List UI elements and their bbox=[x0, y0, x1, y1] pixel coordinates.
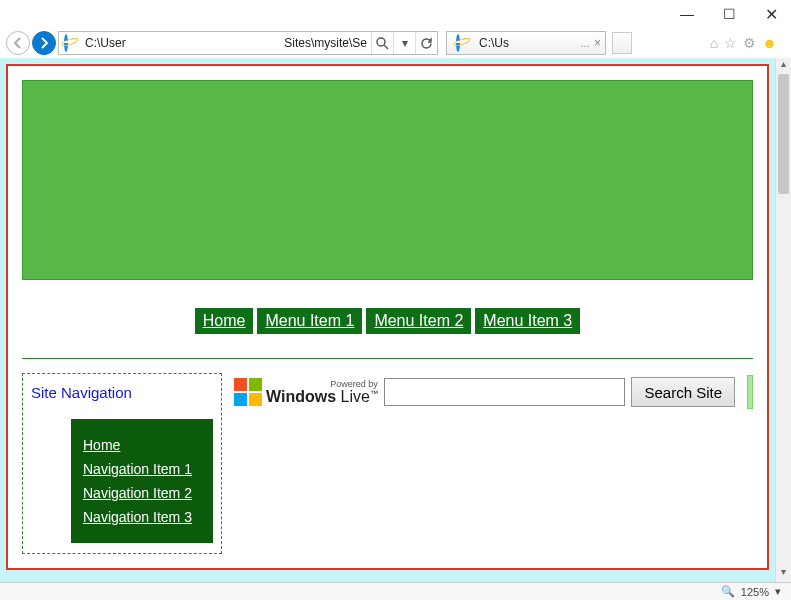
menu-item[interactable]: Menu Item 1 bbox=[257, 308, 362, 334]
nav-item[interactable]: Home bbox=[83, 437, 201, 453]
windows-flag-icon bbox=[234, 378, 262, 406]
svg-line-1 bbox=[384, 45, 388, 49]
page-viewport: Home Menu Item 1 Menu Item 2 Menu Item 3… bbox=[0, 58, 775, 582]
ie-favicon-icon bbox=[62, 34, 80, 52]
separator bbox=[22, 358, 753, 359]
accent-bar bbox=[747, 375, 753, 409]
toolbar-icons: ⌂ ☆ ⚙ ☻ bbox=[710, 35, 785, 51]
close-button[interactable]: ✕ bbox=[757, 3, 785, 25]
feedback-icon[interactable]: ☻ bbox=[762, 35, 777, 51]
tab-title: C:\Us bbox=[479, 36, 576, 50]
nav-item[interactable]: Navigation Item 2 bbox=[83, 485, 201, 501]
browser-toolbar: Sites\mysite\Se ▾ C:\Us … × ⌂ ☆ ⚙ ☻ bbox=[0, 28, 791, 58]
menu-item[interactable]: Menu Item 2 bbox=[366, 308, 471, 334]
sidebar-nav: Home Navigation Item 1 Navigation Item 2… bbox=[71, 419, 213, 543]
status-bar: 🔍 125% ▾ bbox=[0, 582, 791, 600]
scroll-up-icon[interactable]: ▴ bbox=[776, 58, 791, 74]
vertical-scrollbar[interactable]: ▴ ▾ bbox=[775, 58, 791, 582]
search-icon[interactable] bbox=[371, 32, 393, 54]
windows-live-logo: Powered by Windows Live™ bbox=[234, 378, 378, 406]
menu-item[interactable]: Home bbox=[195, 308, 254, 334]
menu-item[interactable]: Menu Item 3 bbox=[475, 308, 580, 334]
forward-button[interactable] bbox=[32, 31, 56, 55]
zoom-dropdown-icon[interactable]: ▾ bbox=[775, 585, 781, 598]
maximize-button[interactable]: ☐ bbox=[715, 3, 743, 25]
header-banner bbox=[22, 80, 753, 280]
nav-item[interactable]: Navigation Item 3 bbox=[83, 509, 201, 525]
top-menu: Home Menu Item 1 Menu Item 2 Menu Item 3 bbox=[22, 308, 753, 334]
sidebar-title: Site Navigation bbox=[31, 384, 213, 401]
ie-favicon-icon bbox=[454, 34, 472, 52]
tab-menu-icon[interactable]: … bbox=[580, 38, 590, 49]
brand-label: Windows Live™ bbox=[266, 388, 378, 405]
address-suffix: Sites\mysite\Se bbox=[280, 36, 371, 50]
browser-tab[interactable]: C:\Us … × bbox=[446, 31, 606, 55]
nav-item[interactable]: Navigation Item 1 bbox=[83, 461, 201, 477]
sidebar: Site Navigation Home Navigation Item 1 N… bbox=[22, 373, 222, 554]
page-container: Home Menu Item 1 Menu Item 2 Menu Item 3… bbox=[6, 64, 769, 570]
home-icon[interactable]: ⌂ bbox=[710, 35, 718, 51]
minimize-button[interactable]: — bbox=[673, 3, 701, 25]
tools-icon[interactable]: ⚙ bbox=[743, 35, 756, 51]
dropdown-icon[interactable]: ▾ bbox=[393, 32, 415, 54]
zoom-icon[interactable]: 🔍 bbox=[721, 585, 735, 598]
address-input[interactable] bbox=[83, 36, 280, 50]
svg-point-0 bbox=[377, 38, 385, 46]
search-input[interactable] bbox=[384, 378, 626, 406]
window-titlebar: — ☐ ✕ bbox=[0, 0, 791, 28]
zoom-level: 125% bbox=[741, 586, 769, 598]
scroll-down-icon[interactable]: ▾ bbox=[776, 566, 791, 582]
new-tab-button[interactable] bbox=[612, 32, 632, 54]
search-button[interactable]: Search Site bbox=[631, 377, 735, 407]
refresh-icon[interactable] bbox=[415, 32, 437, 54]
tab-close-icon[interactable]: × bbox=[594, 36, 601, 50]
back-button[interactable] bbox=[6, 31, 30, 55]
main-content: Powered by Windows Live™ Search Site bbox=[234, 373, 753, 554]
favorites-icon[interactable]: ☆ bbox=[724, 35, 737, 51]
search-row: Powered by Windows Live™ Search Site bbox=[234, 375, 753, 409]
scroll-thumb[interactable] bbox=[778, 74, 789, 194]
address-bar[interactable]: Sites\mysite\Se ▾ bbox=[58, 31, 438, 55]
